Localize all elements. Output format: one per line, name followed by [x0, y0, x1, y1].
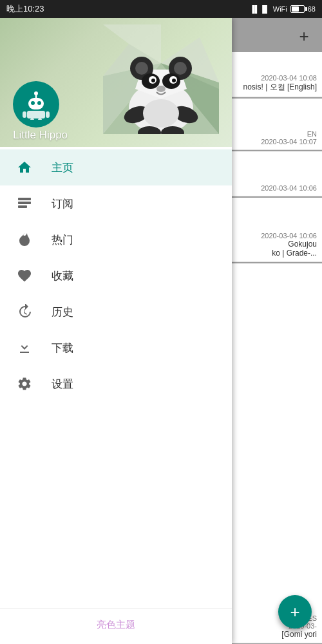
- list-item-meta: 2020-03-04 10:08: [237, 74, 317, 82]
- list-item[interactable]: 2020-03-04 10:06: [232, 151, 322, 196]
- status-time: 晚上10:23: [6, 3, 44, 15]
- list-item[interactable]: 2020-03-04 10:08 nosis! | 오컬 [English]: [232, 52, 322, 97]
- list-item-subtitle: ko | Grade-...: [237, 249, 317, 258]
- list-item-date: 2020-03-04 10:07: [237, 138, 317, 146]
- drawer-header: Little Hippo: [0, 18, 232, 147]
- nav-item-subscribe[interactable]: 订阅: [0, 185, 232, 222]
- status-icons: ▐▌▐▌ WiFi 68: [250, 5, 316, 13]
- list-item[interactable]: 2020-03-04 10:06 Gokujou ko | Grade-...: [232, 198, 322, 262]
- list-item-title: Gokujou: [237, 240, 317, 249]
- svg-point-12: [174, 62, 187, 75]
- favorites-label: 收藏: [52, 269, 73, 283]
- wifi-icon: WiFi: [273, 5, 287, 13]
- panda-illustration: [103, 24, 219, 134]
- fab-icon: +: [290, 603, 299, 620]
- fab-button[interactable]: +: [278, 595, 312, 629]
- download-icon: [15, 339, 33, 357]
- svg-point-22: [143, 99, 179, 128]
- heart-icon: [15, 267, 33, 285]
- nav-item-home[interactable]: 主页: [0, 149, 232, 185]
- nav-item-history[interactable]: 历史: [0, 294, 232, 330]
- home-label: 主页: [52, 160, 73, 175]
- home-icon: [15, 158, 33, 176]
- avatar-container: [13, 81, 59, 128]
- drawer: Little Hippo 主页 订阅: [0, 18, 232, 644]
- svg-rect-30: [27, 111, 45, 118]
- battery-icon: [290, 5, 305, 13]
- add-icon: +: [299, 26, 308, 46]
- svg-point-18: [172, 79, 176, 82]
- svg-point-17: [151, 79, 155, 82]
- list-item[interactable]: EN 2020-03-04 10:07: [232, 99, 322, 150]
- svg-rect-34: [38, 118, 42, 120]
- nav-item-hot[interactable]: 热门: [0, 222, 232, 258]
- subscribe-label: 订阅: [52, 196, 73, 211]
- main-container: Little Hippo 主页 订阅: [0, 18, 322, 644]
- svg-rect-33: [30, 118, 34, 120]
- avatar-inner: [13, 81, 59, 128]
- background-list: 2020-03-04 10:08 nosis! | 오컬 [English] E…: [232, 52, 322, 644]
- list-item-meta: 2020-03-04 10:06: [237, 232, 317, 240]
- app-name: Little Hippo: [13, 129, 68, 142]
- battery-text: 68: [308, 5, 316, 13]
- svg-point-28: [31, 101, 35, 105]
- top-add-button[interactable]: +: [291, 23, 317, 49]
- avatar: [13, 81, 59, 128]
- svg-point-10: [135, 62, 148, 75]
- right-panel: + 2020-03-04 10:08 nosis! | 오컬 [English]…: [232, 18, 322, 644]
- drawer-footer: 亮色主题: [0, 608, 232, 644]
- download-label: 下载: [52, 341, 73, 355]
- svg-point-29: [37, 101, 41, 105]
- hot-label: 热门: [52, 232, 73, 247]
- subscribe-icon: [15, 194, 33, 213]
- list-item[interactable]: ES 2020-03- [Gomi yori: [232, 263, 322, 643]
- hot-icon: [15, 231, 33, 249]
- nav-list: 主页 订阅 热门: [0, 147, 232, 608]
- svg-rect-37: [18, 205, 27, 208]
- svg-rect-31: [23, 111, 26, 118]
- settings-label: 设置: [52, 377, 73, 392]
- nav-item-favorites[interactable]: 收藏: [0, 258, 232, 294]
- svg-rect-32: [46, 111, 50, 118]
- nav-item-settings[interactable]: 设置: [0, 366, 232, 402]
- history-icon: [15, 303, 33, 321]
- history-label: 历史: [52, 305, 73, 319]
- svg-rect-35: [18, 198, 31, 200]
- svg-rect-27: [28, 98, 44, 109]
- list-item-meta: EN: [237, 130, 317, 138]
- list-item-title: nosis! | 오컬 [English]: [237, 82, 317, 93]
- nav-item-download[interactable]: 下载: [0, 330, 232, 366]
- signal-icon: ▐▌▐▌: [250, 5, 270, 13]
- settings-icon: [15, 375, 33, 393]
- svg-point-19: [156, 86, 166, 92]
- status-bar: 晚上10:23 ▐▌▐▌ WiFi 68: [0, 0, 322, 18]
- list-item-title: [Gomi yori: [237, 630, 317, 639]
- theme-button[interactable]: 亮色主题: [97, 619, 135, 631]
- list-item-meta: 2020-03-04 10:06: [237, 184, 317, 192]
- svg-point-26: [34, 91, 38, 95]
- svg-rect-36: [18, 202, 31, 204]
